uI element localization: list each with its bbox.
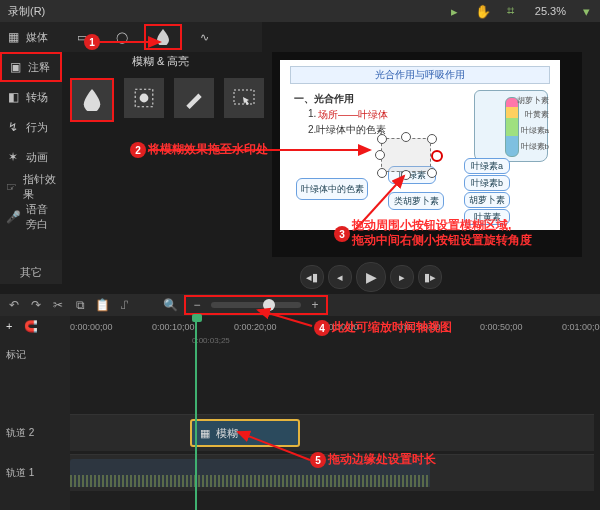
search-icon[interactable]: 🔍 (162, 297, 178, 313)
undo-icon[interactable]: ↶ (6, 297, 22, 313)
sidebar-item-animation-icon: ✶ (6, 150, 20, 164)
clip-blur[interactable]: ▦ 模糊 (190, 419, 300, 447)
timeline-toolbar: ↶ ↷ ✂ ⧉ 📋 ⑀ 🔍 − + (0, 294, 600, 316)
legend-2: 叶黄素 (525, 111, 549, 119)
doc-title: 光合作用与呼吸作用 (290, 66, 550, 84)
sidebar-item-behavior[interactable]: ↯行为 (0, 112, 62, 142)
sidebar-item-media-icon: ▦ (6, 30, 20, 44)
cut-icon[interactable]: ✂ (50, 297, 66, 313)
effect-thumbnails (70, 78, 264, 122)
ruler-tick: 0:01:00;00 (562, 322, 600, 332)
ruler-tick: 0:00:50;00 (480, 322, 523, 332)
zoom-in-icon[interactable]: + (307, 297, 323, 313)
sidebar-item-voice-icon: 🎤 (6, 210, 20, 224)
effect-highlight[interactable] (174, 78, 214, 118)
sidebar-item-cursor-label: 指针效果 (23, 172, 56, 202)
legend-3: 叶绿素a (521, 127, 549, 135)
track1-label[interactable]: 轨道 1 (6, 466, 34, 480)
sidebar-item-behavior-label: 行为 (26, 120, 48, 135)
sidebar-item-cursor-icon: ☞ (6, 180, 17, 194)
category-label: 模糊 & 高亮 (132, 54, 189, 69)
sidebar-item-voice-label: 语音旁白 (26, 202, 56, 232)
callout-4-text: 此处可缩放时间轴视图 (332, 320, 452, 335)
paste-icon[interactable]: 📋 (94, 297, 110, 313)
test-tube-diagram: 胡萝卜素 叶黄素 叶绿素a 叶绿素b (474, 90, 548, 162)
menubar: 录制(R) ▸ ✋ ⌗ 25.3% ▾ (0, 0, 600, 22)
tab-sketch[interactable]: ∿ (186, 25, 222, 49)
clip-blur-label: 模糊 (216, 426, 238, 441)
callout-2-text: 将模糊效果拖至水印处 (148, 142, 268, 157)
hand-tool-icon[interactable]: ✋ (473, 1, 493, 21)
magnet-icon[interactable]: 🧲 (24, 320, 38, 333)
callout-2: 2 (130, 142, 146, 158)
legend-1: 胡萝卜素 (517, 97, 549, 105)
zoom-slider[interactable] (211, 302, 301, 308)
marker-label: 标记 (6, 348, 26, 362)
play-button[interactable]: ▶ (356, 262, 386, 292)
box-chl-b: 叶绿素b (464, 175, 510, 191)
sidebar-item-annotation-icon: ▣ (8, 60, 22, 74)
sidebar-item-behavior-icon: ↯ (6, 120, 20, 134)
tab-blur-highlight[interactable] (144, 24, 182, 50)
callout-3-text-2: 拖动中间右侧小按钮设置旋转角度 (352, 233, 532, 248)
sidebar-item-voice[interactable]: 🎤语音旁白 (0, 202, 62, 232)
box-carotenoid: 类胡萝卜素 (388, 192, 444, 210)
zoom-level[interactable]: 25.3% (535, 5, 566, 17)
step-back-button[interactable]: ◂ (328, 265, 352, 289)
callout-3: 3 (334, 226, 350, 242)
blur-clip-icon: ▦ (200, 427, 210, 440)
prev-frame-button[interactable]: ◂▮ (300, 265, 324, 289)
sidebar-item-media[interactable]: ▦媒体 (0, 22, 62, 52)
transport-controls: ◂▮ ◂ ▶ ▸ ▮▸ (300, 262, 442, 292)
sidebar-item-transition-label: 转场 (26, 90, 48, 105)
ruler-tick: 0:00:00;00 (70, 322, 113, 332)
rotate-handle[interactable] (431, 150, 443, 162)
add-track-icon[interactable]: + (6, 320, 12, 332)
sidebar-item-annotation-label: 注释 (28, 60, 50, 75)
sidebar-item-media-label: 媒体 (26, 30, 48, 45)
box-carotene: 胡萝卜素 (464, 192, 510, 208)
sidebar-item-other[interactable]: 其它 (0, 260, 62, 284)
track2-label[interactable]: 轨道 2 (6, 426, 34, 440)
split-icon[interactable]: ⑀ (116, 297, 132, 313)
ruler-tick: 0:00:10;00 (152, 322, 195, 332)
box-chl-a: 叶绿素a (464, 158, 510, 174)
zoom-out-icon[interactable]: − (189, 297, 205, 313)
legend-4: 叶绿素b (521, 143, 549, 151)
callout-4: 4 (314, 320, 330, 336)
sidebar-item-annotation[interactable]: ▣注释 (0, 52, 62, 82)
sidebar-item-transition-icon: ◧ (6, 90, 20, 104)
callout-5: 5 (310, 452, 326, 468)
copy-icon[interactable]: ⧉ (72, 297, 88, 313)
playhead[interactable] (195, 316, 197, 510)
callout-5-text: 拖动边缘处设置时长 (328, 452, 436, 467)
callout-1: 1 (84, 34, 100, 50)
sidebar-item-animation[interactable]: ✶动画 (0, 142, 62, 172)
effect-interactive[interactable] (224, 78, 264, 118)
menu-record[interactable]: 录制(R) (0, 0, 53, 22)
blur-region-widget[interactable] (373, 132, 437, 176)
track-2[interactable]: ▦ 模糊 (70, 414, 594, 451)
ruler-tick: 0:00:20;00 (234, 322, 277, 332)
crop-tool-icon[interactable]: ⌗ (501, 1, 521, 21)
effect-blur[interactable] (70, 78, 114, 122)
sidebar-item-cursor[interactable]: ☞指针效果 (0, 172, 62, 202)
callout-3-text-1: 拖动周围小按钮设置模糊区域, (352, 218, 511, 233)
sidebar-item-transition[interactable]: ◧转场 (0, 82, 62, 112)
box-pigments: 叶绿体中的色素 (296, 178, 368, 200)
step-fwd-button[interactable]: ▸ (390, 265, 414, 289)
line1-text: 场所——叶绿体 (318, 108, 388, 122)
line1-num: 1. (308, 108, 316, 119)
timeline-zoom-control: − + (184, 295, 328, 315)
redo-icon[interactable]: ↷ (28, 297, 44, 313)
heading-1: 一、光合作用 (294, 92, 354, 106)
effect-spotlight[interactable] (124, 78, 164, 118)
next-frame-button[interactable]: ▮▸ (418, 265, 442, 289)
sidebar: ▦媒体▣注释◧转场↯行为✶动画☞指针效果🎤语音旁白 (0, 22, 62, 272)
timeline-left-panel: + 🧲 标记 轨道 2 轨道 1 (0, 316, 70, 510)
pointer-tool-icon[interactable]: ▸ (445, 1, 465, 21)
chevron-down-icon[interactable]: ▾ (576, 1, 596, 21)
svg-point-1 (140, 94, 149, 103)
tab-shape[interactable]: ◯ (104, 25, 140, 49)
sidebar-item-animation-label: 动画 (26, 150, 48, 165)
